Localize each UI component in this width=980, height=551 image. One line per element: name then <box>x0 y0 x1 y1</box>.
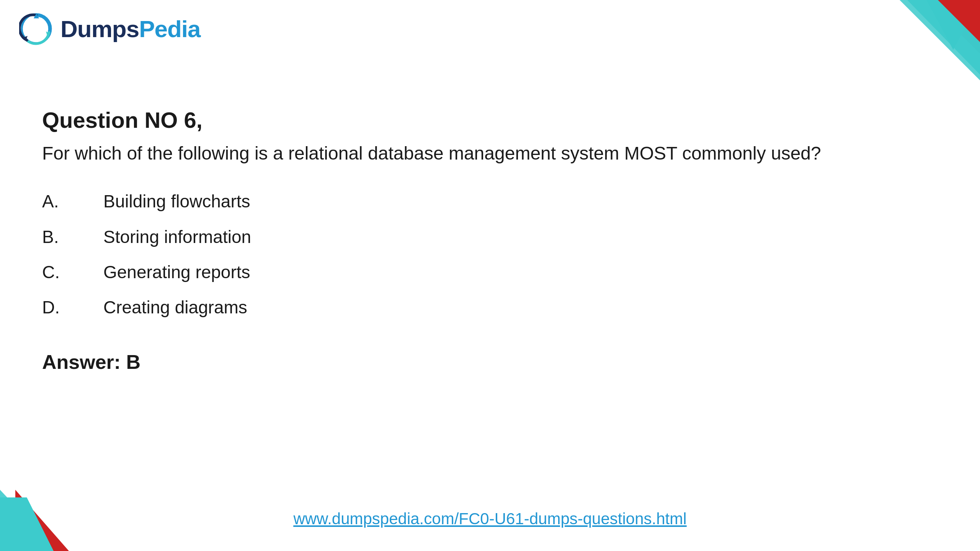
logo-dumps: Dumps <box>60 16 139 42</box>
question-text: For which of the following is a relation… <box>42 140 938 166</box>
logo-container: DumpsPedia <box>19 11 201 46</box>
option-c: C. Generating reports <box>42 260 938 284</box>
option-d: D. Creating diagrams <box>42 295 938 320</box>
option-b-letter: B. <box>42 225 103 249</box>
option-a-letter: A. <box>42 189 103 214</box>
answer-label: Answer: <box>42 351 126 373</box>
option-c-text: Generating reports <box>103 260 250 284</box>
question-number: Question NO 6, <box>42 107 938 133</box>
options-list: A. Building flowcharts B. Storing inform… <box>42 189 938 320</box>
bottom-left-decoration <box>0 452 115 551</box>
logo-pedia: Pedia <box>139 16 200 42</box>
main-content: Question NO 6, For which of the followin… <box>42 107 938 373</box>
option-c-letter: C. <box>42 260 103 284</box>
logo-icon <box>19 11 54 46</box>
option-d-letter: D. <box>42 295 103 320</box>
option-d-text: Creating diagrams <box>103 295 247 320</box>
option-a-text: Building flowcharts <box>103 189 250 214</box>
footer-link[interactable]: www.dumpspedia.com/FC0-U61-dumps-questio… <box>293 510 686 528</box>
answer-section: Answer: B <box>42 350 938 373</box>
logo-text: DumpsPedia <box>60 15 201 42</box>
header: DumpsPedia <box>0 0 980 57</box>
option-b: B. Storing information <box>42 225 938 249</box>
option-b-text: Storing information <box>103 225 251 249</box>
option-a: A. Building flowcharts <box>42 189 938 214</box>
answer-value: B <box>126 351 141 373</box>
footer-link-container: www.dumpspedia.com/FC0-U61-dumps-questio… <box>0 510 980 528</box>
